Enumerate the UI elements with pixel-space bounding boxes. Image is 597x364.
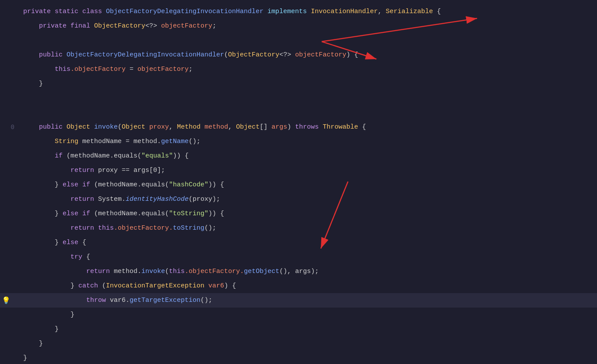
token: var6 bbox=[208, 282, 224, 290]
code-line: 💡 throw var6.getTargetException(); bbox=[0, 293, 597, 308]
token: InvocationHandler bbox=[311, 8, 378, 15]
token: ObjectFactoryDelegatingInvocationHandler bbox=[67, 51, 224, 59]
code-line: return method.invoke(this.objectFactory.… bbox=[0, 264, 597, 279]
code-line: } else { bbox=[0, 235, 597, 250]
code-line: } else if (methodName.equals("hashCode")… bbox=[0, 178, 597, 192]
line-content: private static class ObjectFactoryDelega… bbox=[20, 4, 597, 19]
token bbox=[23, 22, 39, 30]
line-content: return this.objectFactory.toString(); bbox=[20, 221, 597, 235]
token: "toString" bbox=[169, 210, 208, 217]
token: } bbox=[23, 326, 59, 333]
token: InvocationTargetException bbox=[106, 282, 208, 290]
token: method bbox=[204, 123, 228, 131]
line-number: 0 bbox=[0, 124, 20, 131]
line-content: } else { bbox=[20, 235, 597, 250]
token bbox=[23, 196, 70, 203]
code-line: return proxy == args[0]; bbox=[0, 163, 597, 178]
token bbox=[23, 268, 86, 275]
token: (methodName.equals( bbox=[94, 181, 169, 189]
line-content: } else if (methodName.equals("toString")… bbox=[20, 206, 597, 221]
code-line: String methodName = method.getName(); bbox=[0, 134, 597, 149]
token: "equals" bbox=[141, 152, 173, 160]
token: "hashCode" bbox=[169, 181, 208, 189]
token: Object bbox=[236, 123, 260, 131]
code-line: } bbox=[0, 308, 597, 322]
line-content: } bbox=[20, 77, 597, 91]
line-content: } bbox=[20, 351, 597, 364]
token: ObjectFactoryDelegatingInvocationHandler bbox=[106, 8, 267, 15]
code-line: try { bbox=[0, 250, 597, 264]
token: = bbox=[126, 66, 137, 73]
line-content: } bbox=[20, 308, 597, 322]
line-content: if (methodName.equals("equals")) { bbox=[20, 149, 597, 163]
token: , bbox=[228, 123, 236, 131]
token: method. bbox=[114, 268, 141, 275]
token: args bbox=[271, 123, 287, 131]
token: ( bbox=[118, 123, 122, 131]
token: else bbox=[63, 239, 82, 246]
token: try bbox=[70, 253, 86, 261]
token: invoke bbox=[94, 123, 118, 131]
token: <?> bbox=[279, 51, 295, 59]
token: } bbox=[23, 354, 27, 362]
token: .objectFactory. bbox=[114, 224, 173, 232]
token: proxy == args[0]; bbox=[98, 167, 165, 174]
token bbox=[23, 297, 86, 304]
token: return bbox=[70, 196, 98, 203]
token: this bbox=[55, 66, 70, 73]
line-content: } catch (InvocationTargetException var6)… bbox=[20, 279, 597, 293]
token: return bbox=[70, 167, 98, 174]
token: throw bbox=[86, 297, 110, 304]
line-content: return System.identityHashCode(proxy); bbox=[20, 192, 597, 206]
token: ; bbox=[212, 22, 216, 30]
code-line: } bbox=[0, 322, 597, 336]
token: } bbox=[23, 311, 74, 318]
token: } bbox=[23, 210, 63, 217]
line-content bbox=[20, 33, 597, 48]
line-content: this.objectFactory = objectFactory; bbox=[20, 62, 597, 77]
code-line: if (methodName.equals("equals")) { bbox=[0, 149, 597, 163]
token: else if bbox=[63, 210, 94, 217]
token: ) { bbox=[346, 51, 358, 59]
token: )) { bbox=[208, 181, 224, 189]
line-content: } bbox=[20, 322, 597, 336]
token: System. bbox=[98, 196, 126, 203]
token: = method. bbox=[122, 138, 161, 145]
token: .objectFactory bbox=[70, 66, 126, 73]
code-line: } bbox=[0, 77, 597, 91]
token: (); bbox=[200, 297, 212, 304]
token: ObjectFactory bbox=[94, 22, 145, 30]
code-line: } else if (methodName.equals("toString")… bbox=[0, 206, 597, 221]
token: Object bbox=[67, 123, 94, 131]
code-line: public ObjectFactoryDelegatingInvocation… bbox=[0, 48, 597, 62]
lightbulb-icon[interactable]: 💡 bbox=[2, 296, 11, 305]
token: Object bbox=[122, 123, 149, 131]
token: private bbox=[39, 22, 70, 30]
token: } bbox=[23, 340, 43, 347]
token: ) bbox=[287, 123, 295, 131]
token: { bbox=[358, 123, 366, 131]
line-content: public ObjectFactoryDelegatingInvocation… bbox=[20, 48, 597, 62]
token: ObjectFactory bbox=[228, 51, 279, 59]
line-content bbox=[20, 105, 597, 120]
code-line: } bbox=[0, 336, 597, 351]
token bbox=[23, 138, 55, 145]
token: } bbox=[23, 239, 63, 246]
token: this bbox=[169, 268, 185, 275]
token: { bbox=[86, 253, 90, 261]
token: return bbox=[86, 268, 114, 275]
token: if bbox=[55, 152, 67, 160]
token: , bbox=[378, 8, 386, 15]
token: else if bbox=[63, 181, 94, 189]
token bbox=[23, 253, 70, 261]
token: getName bbox=[161, 138, 189, 145]
token: } bbox=[23, 282, 78, 290]
code-line: private static class ObjectFactoryDelega… bbox=[0, 4, 597, 19]
token: objectFactory bbox=[137, 66, 189, 73]
code-line: return System.identityHashCode(proxy); bbox=[0, 192, 597, 206]
token: methodName bbox=[82, 138, 122, 145]
token: getObject bbox=[244, 268, 279, 275]
token: (proxy); bbox=[189, 196, 220, 203]
line-content: String methodName = method.getName(); bbox=[20, 134, 597, 149]
token: return bbox=[70, 224, 98, 232]
